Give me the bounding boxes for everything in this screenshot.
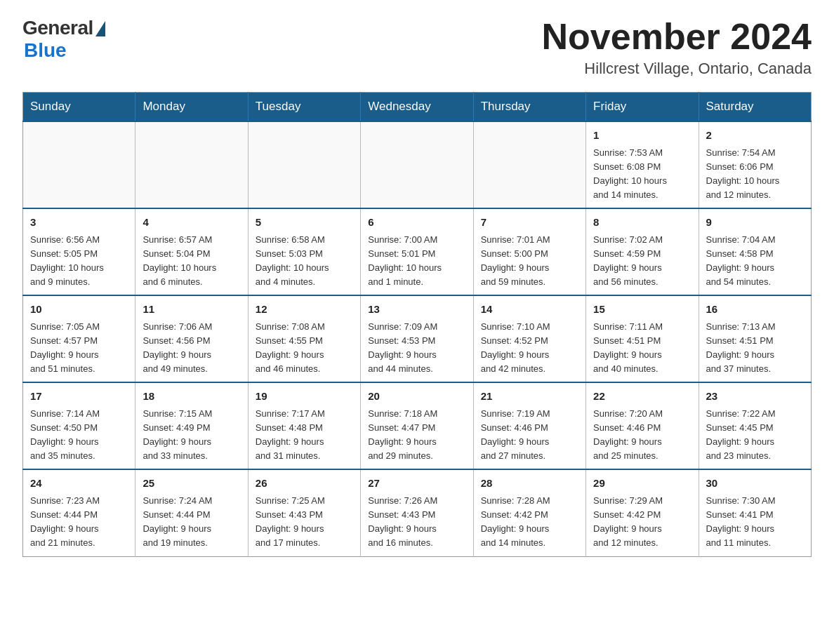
day-number: 26 [256,476,353,492]
calendar-cell: 20Sunrise: 7:18 AMSunset: 4:47 PMDayligh… [361,382,473,469]
calendar-table: SundayMondayTuesdayWednesdayThursdayFrid… [22,92,812,556]
day-number: 29 [593,476,691,492]
day-info: Sunrise: 7:29 AMSunset: 4:42 PMDaylight:… [593,494,691,551]
calendar-cell: 24Sunrise: 7:23 AMSunset: 4:44 PMDayligh… [23,469,135,556]
day-info: Sunrise: 7:30 AMSunset: 4:41 PMDaylight:… [706,494,804,551]
day-info: Sunrise: 7:54 AMSunset: 6:06 PMDaylight:… [706,146,804,203]
day-info: Sunrise: 7:06 AMSunset: 4:56 PMDaylight:… [143,320,240,377]
calendar-cell: 11Sunrise: 7:06 AMSunset: 4:56 PMDayligh… [135,295,248,382]
day-number: 24 [30,476,128,492]
day-number: 12 [256,302,353,318]
weekday-header-row: SundayMondayTuesdayWednesdayThursdayFrid… [23,93,812,122]
page-header: General Blue November 2024 Hillcrest Vil… [22,17,812,78]
day-info: Sunrise: 7:02 AMSunset: 4:59 PMDaylight:… [593,233,691,290]
calendar-cell: 7Sunrise: 7:01 AMSunset: 5:00 PMDaylight… [473,208,585,295]
day-info: Sunrise: 7:11 AMSunset: 4:51 PMDaylight:… [593,320,691,377]
day-info: Sunrise: 7:53 AMSunset: 6:08 PMDaylight:… [593,146,691,203]
day-number: 21 [481,389,578,405]
calendar-cell: 29Sunrise: 7:29 AMSunset: 4:42 PMDayligh… [586,469,699,556]
weekday-header-thursday: Thursday [473,93,585,122]
calendar-row-0: 1Sunrise: 7:53 AMSunset: 6:08 PMDaylight… [23,121,812,208]
day-number: 1 [593,128,691,144]
calendar-cell [23,121,135,208]
day-info: Sunrise: 7:23 AMSunset: 4:44 PMDaylight:… [30,494,128,551]
weekday-header-saturday: Saturday [699,93,811,122]
calendar-cell [361,121,473,208]
day-number: 3 [30,215,128,231]
day-number: 18 [143,389,240,405]
day-info: Sunrise: 7:18 AMSunset: 4:47 PMDaylight:… [368,407,465,464]
day-info: Sunrise: 6:58 AMSunset: 5:03 PMDaylight:… [256,233,353,290]
day-number: 17 [30,389,128,405]
calendar-cell: 19Sunrise: 7:17 AMSunset: 4:48 PMDayligh… [248,382,360,469]
day-number: 22 [593,389,691,405]
day-number: 27 [368,476,465,492]
day-info: Sunrise: 7:14 AMSunset: 4:50 PMDaylight:… [30,407,128,464]
calendar-cell: 12Sunrise: 7:08 AMSunset: 4:55 PMDayligh… [248,295,360,382]
day-number: 2 [706,128,804,144]
location-subtitle: Hillcrest Village, Ontario, Canada [542,60,812,78]
day-number: 19 [256,389,353,405]
day-info: Sunrise: 7:26 AMSunset: 4:43 PMDaylight:… [368,494,465,551]
calendar-cell: 15Sunrise: 7:11 AMSunset: 4:51 PMDayligh… [586,295,699,382]
day-info: Sunrise: 7:13 AMSunset: 4:51 PMDaylight:… [706,320,804,377]
calendar-cell: 9Sunrise: 7:04 AMSunset: 4:58 PMDaylight… [699,208,811,295]
calendar-cell: 30Sunrise: 7:30 AMSunset: 4:41 PMDayligh… [699,469,811,556]
calendar-cell: 1Sunrise: 7:53 AMSunset: 6:08 PMDaylight… [586,121,699,208]
calendar-cell: 14Sunrise: 7:10 AMSunset: 4:52 PMDayligh… [473,295,585,382]
day-info: Sunrise: 7:28 AMSunset: 4:42 PMDaylight:… [481,494,578,551]
day-info: Sunrise: 7:09 AMSunset: 4:53 PMDaylight:… [368,320,465,377]
calendar-cell: 2Sunrise: 7:54 AMSunset: 6:06 PMDaylight… [699,121,811,208]
day-info: Sunrise: 7:04 AMSunset: 4:58 PMDaylight:… [706,233,804,290]
day-info: Sunrise: 7:15 AMSunset: 4:49 PMDaylight:… [143,407,240,464]
calendar-cell: 6Sunrise: 7:00 AMSunset: 5:01 PMDaylight… [361,208,473,295]
day-info: Sunrise: 7:24 AMSunset: 4:44 PMDaylight:… [143,494,240,551]
day-number: 6 [368,215,465,231]
calendar-cell: 5Sunrise: 6:58 AMSunset: 5:03 PMDaylight… [248,208,360,295]
day-number: 8 [593,215,691,231]
calendar-cell: 16Sunrise: 7:13 AMSunset: 4:51 PMDayligh… [699,295,811,382]
calendar-cell: 23Sunrise: 7:22 AMSunset: 4:45 PMDayligh… [699,382,811,469]
calendar-cell [248,121,360,208]
day-number: 7 [481,215,578,231]
day-info: Sunrise: 7:22 AMSunset: 4:45 PMDaylight:… [706,407,804,464]
day-number: 10 [30,302,128,318]
day-info: Sunrise: 7:20 AMSunset: 4:46 PMDaylight:… [593,407,691,464]
weekday-header-sunday: Sunday [23,93,135,122]
calendar-cell: 17Sunrise: 7:14 AMSunset: 4:50 PMDayligh… [23,382,135,469]
logo-triangle-icon [95,21,105,36]
day-number: 20 [368,389,465,405]
day-number: 13 [368,302,465,318]
calendar-row-1: 3Sunrise: 6:56 AMSunset: 5:05 PMDaylight… [23,208,812,295]
day-info: Sunrise: 7:10 AMSunset: 4:52 PMDaylight:… [481,320,578,377]
day-number: 5 [256,215,353,231]
day-info: Sunrise: 7:08 AMSunset: 4:55 PMDaylight:… [256,320,353,377]
day-info: Sunrise: 7:19 AMSunset: 4:46 PMDaylight:… [481,407,578,464]
calendar-cell: 3Sunrise: 6:56 AMSunset: 5:05 PMDaylight… [23,208,135,295]
logo-general-text: General [22,17,93,39]
calendar-cell: 22Sunrise: 7:20 AMSunset: 4:46 PMDayligh… [586,382,699,469]
day-number: 9 [706,215,804,231]
weekday-header-wednesday: Wednesday [361,93,473,122]
calendar-cell: 10Sunrise: 7:05 AMSunset: 4:57 PMDayligh… [23,295,135,382]
day-number: 23 [706,389,804,405]
day-number: 30 [706,476,804,492]
calendar-cell: 18Sunrise: 7:15 AMSunset: 4:49 PMDayligh… [135,382,248,469]
weekday-header-friday: Friday [586,93,699,122]
day-info: Sunrise: 7:05 AMSunset: 4:57 PMDaylight:… [30,320,128,377]
calendar-cell: 28Sunrise: 7:28 AMSunset: 4:42 PMDayligh… [473,469,585,556]
calendar-cell: 4Sunrise: 6:57 AMSunset: 5:04 PMDaylight… [135,208,248,295]
month-title: November 2024 [542,17,812,57]
day-number: 11 [143,302,240,318]
day-number: 28 [481,476,578,492]
calendar-cell [473,121,585,208]
calendar-cell: 27Sunrise: 7:26 AMSunset: 4:43 PMDayligh… [361,469,473,556]
weekday-header-tuesday: Tuesday [248,93,360,122]
calendar-cell: 25Sunrise: 7:24 AMSunset: 4:44 PMDayligh… [135,469,248,556]
day-info: Sunrise: 7:25 AMSunset: 4:43 PMDaylight:… [256,494,353,551]
logo-blue-text: Blue [24,39,67,62]
title-area: November 2024 Hillcrest Village, Ontario… [542,17,812,78]
day-number: 14 [481,302,578,318]
calendar-cell: 26Sunrise: 7:25 AMSunset: 4:43 PMDayligh… [248,469,360,556]
calendar-row-4: 24Sunrise: 7:23 AMSunset: 4:44 PMDayligh… [23,469,812,556]
